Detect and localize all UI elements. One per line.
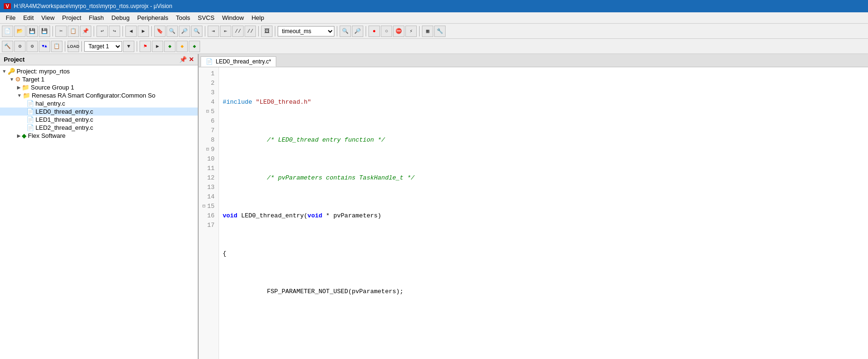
ln-9: ⊟9 (202, 145, 215, 154)
comp2-btn[interactable]: ⚙ (14, 41, 26, 52)
code-content[interactable]: #include "LED0_thread.h" /* LED0_thread … (219, 67, 868, 359)
search-btn[interactable]: 🔎 (352, 26, 363, 37)
code-line-5: { (223, 249, 864, 259)
ln-1: 1 (202, 69, 215, 79)
debug1-btn[interactable]: ⚑ (140, 41, 151, 52)
code-container[interactable]: 1 2 3 4 ⊟5 6 7 8 ⊟9 10 11 12 13 14 ⊟15 1… (199, 67, 868, 359)
project-tree: ▼ 🔑 Project: myrpo_rtos ▼ ⚙ Target 1 ▶ 📁… (0, 65, 198, 359)
image-btn[interactable]: 🖼 (261, 26, 272, 37)
run-btn[interactable]: ● (368, 26, 380, 37)
sep4 (151, 26, 152, 36)
nav-fwd-btn[interactable]: ▶ (138, 26, 149, 37)
flash-btn[interactable]: ⚡ (405, 26, 417, 37)
line-numbers: 1 2 3 4 ⊟5 6 7 8 ⊟9 10 11 12 13 14 ⊟15 1… (199, 67, 219, 359)
run2-btn[interactable]: ○ (381, 26, 392, 37)
menu-edit[interactable]: Edit (19, 13, 37, 22)
fold-15[interactable]: ⊟ (202, 202, 205, 211)
menu-flash[interactable]: Flash (85, 13, 108, 22)
tree-file-hal[interactable]: 📄 hal_entry.c (0, 99, 198, 108)
ln-13: 13 (202, 183, 215, 192)
menu-project[interactable]: Project (58, 13, 85, 22)
tree-file-led0[interactable]: 📄 LED0_thread_entry.c (0, 108, 198, 116)
ln-7: 7 (202, 126, 215, 135)
outdent-btn[interactable]: ⇤ (220, 26, 231, 37)
find2-btn[interactable]: 🔎 (179, 26, 190, 37)
tree-flex[interactable]: ▶ ◆ Flex Software (0, 132, 198, 140)
ln-2: 2 (202, 79, 215, 88)
menu-view[interactable]: View (37, 13, 58, 22)
menu-bar: File Edit View Project Flash Debug Perip… (0, 12, 868, 24)
tree-renesas-group[interactable]: ▼ 📁 Renesas RA Smart Configurator:Common… (0, 91, 198, 99)
fold-9[interactable]: ⊟ (206, 145, 209, 154)
menu-svcs[interactable]: SVCS (194, 13, 218, 22)
debug2-btn[interactable]: ▶ (152, 41, 163, 52)
menu-debug[interactable]: Debug (108, 13, 133, 22)
title-text: H:\RA4M2\workspace\myrpo_rtos\myrpo_rtos… (14, 3, 172, 9)
settings-btn[interactable]: 🔧 (434, 26, 446, 37)
debug5-btn[interactable]: ◆ (189, 41, 200, 52)
menu-window[interactable]: Window (218, 13, 247, 22)
debug4-btn[interactable]: ◆ (176, 41, 188, 52)
project-icon: 🔑 (8, 68, 15, 75)
app-icon: V (4, 3, 11, 9)
tree-file-led1[interactable]: 📄 LED1_thread_entry.c (0, 116, 198, 124)
comp3-btn[interactable]: ⚙ (26, 41, 38, 52)
ln-num: 10 (207, 154, 215, 164)
expand-root[interactable]: ▼ (2, 69, 7, 74)
undo-btn[interactable]: ↩ (96, 26, 108, 37)
fold-5[interactable]: ⊟ (206, 107, 209, 117)
flex-label: Flex Software (28, 132, 65, 139)
menu-file[interactable]: File (2, 13, 19, 22)
expand-src-group[interactable]: ▶ (17, 85, 21, 90)
save-all-btn[interactable]: 💾 (39, 26, 50, 37)
copy-btn[interactable]: 📋 (68, 26, 79, 37)
target-settings-btn[interactable]: ▼ (123, 41, 134, 52)
ln-4: 4 (202, 98, 215, 107)
tree-root[interactable]: ▼ 🔑 Project: myrpo_rtos (0, 67, 198, 75)
bookmark-btn[interactable]: 🔖 (154, 26, 166, 37)
sep5 (205, 26, 205, 36)
close-icon[interactable]: ✕ (189, 56, 194, 63)
save-btn[interactable]: 💾 (26, 26, 38, 37)
tree-file-led2[interactable]: 📄 LED2_thread_entry.c (0, 124, 198, 132)
indent-btn[interactable]: ⇥ (208, 26, 219, 37)
zoom-in-btn[interactable]: 🔍 (340, 26, 351, 37)
grid-btn[interactable]: ▦ (422, 26, 433, 37)
tab-file-icon: 📄 (206, 58, 213, 65)
cut-btn[interactable]: ✂ (55, 26, 67, 37)
file-led0: LED0_thread_entry.c (35, 108, 93, 115)
expand-flex[interactable]: ▶ (17, 133, 21, 138)
open-btn[interactable]: 📂 (14, 26, 26, 37)
tab-led0[interactable]: 📄 LED0_thread_entry.c* (201, 56, 276, 67)
new-btn[interactable]: 📄 (2, 26, 13, 37)
main-area: Project 📌 ✕ ▼ 🔑 Project: myrpo_rtos ▼ ⚙ … (0, 54, 868, 359)
comment-btn[interactable]: // (232, 26, 244, 37)
nav-back-btn[interactable]: ◀ (125, 26, 137, 37)
pin-icon[interactable]: 📌 (179, 56, 187, 63)
stop-btn[interactable]: ⛔ (393, 26, 404, 37)
debug3-btn[interactable]: ◆ (164, 41, 175, 52)
file-led1: LED1_thread_entry.c (35, 116, 93, 123)
menu-tools[interactable]: Tools (172, 13, 194, 22)
redo-btn[interactable]: ↪ (109, 26, 120, 37)
menu-help[interactable]: Help (248, 13, 268, 22)
tree-source-group1[interactable]: ▶ 📁 Source Group 1 (0, 83, 198, 91)
find-btn[interactable]: 🔍 (167, 26, 178, 37)
tree-target1[interactable]: ▼ ⚙ Target 1 (0, 75, 198, 83)
target-combo[interactable]: Target 1 (84, 41, 122, 52)
comp4-btn[interactable]: ▼▲ (39, 41, 50, 52)
paste-btn[interactable]: 📌 (80, 26, 91, 37)
menu-peripherals[interactable]: Peripherals (133, 13, 172, 22)
find3-btn[interactable]: 🔍 (191, 26, 202, 37)
expand-target[interactable]: ▼ (9, 77, 14, 82)
function-combo[interactable]: timeout_ms (278, 26, 334, 36)
uncomment-btn[interactable]: // (245, 26, 256, 37)
load-btn[interactable]: LOAD (68, 41, 79, 52)
ln-num: 3 (211, 88, 215, 98)
comp5-btn[interactable]: 📋 (51, 41, 62, 52)
expand-renesas[interactable]: ▼ (17, 93, 22, 98)
editor-area: 📄 LED0_thread_entry.c* 1 2 3 4 ⊟5 6 7 8 … (199, 54, 868, 359)
target-icon: ⚙ (15, 76, 21, 83)
src-group-label: Source Group 1 (31, 84, 74, 91)
comp-btn[interactable]: 🔨 (2, 41, 13, 52)
